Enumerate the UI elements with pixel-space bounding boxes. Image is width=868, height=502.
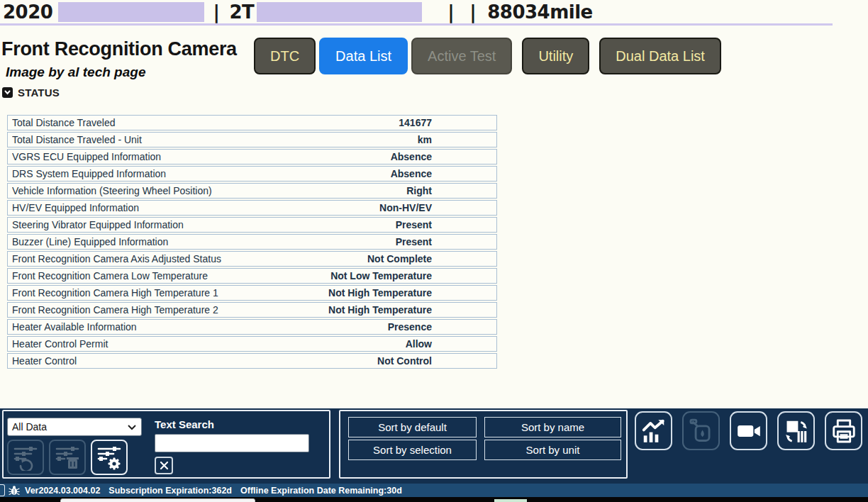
close-icon bbox=[160, 461, 169, 470]
sort-by-name-button[interactable]: Sort by name bbox=[484, 417, 621, 437]
parameter-name: Heater Available Information bbox=[12, 321, 388, 333]
parameter-value: Not Control bbox=[377, 355, 432, 367]
parameter-name: HV/EV Equipped Information bbox=[12, 202, 379, 213]
sort-button-grid: Sort by default Sort by name Sort by sel… bbox=[348, 417, 621, 460]
filter-settings-icon bbox=[95, 444, 123, 471]
vehicle-year: 2020 bbox=[3, 1, 52, 23]
offline-expiration-text: Offline Expiration Date Remaining:30d bbox=[240, 486, 402, 496]
bottom-control-panel: All Data bbox=[0, 408, 868, 484]
video-record-button[interactable] bbox=[730, 411, 767, 450]
parameter-name: Front Recognition Camera High Temperatur… bbox=[12, 287, 328, 299]
table-row[interactable]: Total Distance Traveled - Unit km bbox=[7, 132, 497, 147]
parameter-value: Not Low Temperature bbox=[330, 270, 432, 281]
text-search-label: Text Search bbox=[155, 418, 214, 430]
clear-search-button[interactable] bbox=[155, 457, 173, 474]
parameter-value: Not High Temperature bbox=[328, 287, 432, 299]
filter-group: All Data bbox=[2, 410, 330, 479]
header-separator: | bbox=[469, 1, 476, 23]
parameter-name: Front Recognition Camera Low Temperature bbox=[12, 270, 330, 281]
parameter-value: Non-HV/EV bbox=[379, 202, 432, 213]
sort-group: Sort by default Sort by name Sort by sel… bbox=[339, 410, 628, 479]
parameter-value: Presence bbox=[388, 321, 432, 333]
data-list-table: Total Distance Traveled 141677 Total Dis… bbox=[7, 115, 497, 370]
table-row[interactable]: Heater Control Not Control bbox=[7, 353, 497, 369]
sort-by-default-button[interactable]: Sort by default bbox=[348, 417, 477, 437]
swap-view-button[interactable] bbox=[777, 411, 815, 450]
toolbar-icon-row bbox=[635, 411, 862, 450]
collapse-checkbox-icon[interactable] bbox=[2, 87, 13, 98]
vin-prefix: 2T bbox=[229, 1, 254, 23]
print-button[interactable] bbox=[825, 411, 862, 450]
table-row[interactable]: Front Recognition Camera Low Temperature… bbox=[7, 268, 497, 284]
table-row[interactable]: DRS System Equipped Information Absence bbox=[7, 166, 497, 182]
tab-dual-data-list[interactable]: Dual Data List bbox=[599, 38, 721, 74]
table-row[interactable]: Steering Vibrator Equipped Information P… bbox=[7, 217, 497, 233]
data-group-select[interactable]: All Data bbox=[7, 418, 142, 436]
tab-data-list[interactable]: Data List bbox=[319, 38, 408, 74]
graph-button[interactable] bbox=[635, 411, 672, 450]
parameter-name: Steering Vibrator Equipped Information bbox=[12, 219, 396, 230]
oil-can-icon bbox=[688, 418, 715, 445]
header-separator: | bbox=[447, 1, 454, 23]
status-bar: Ver2024.03.004.02 Subscription Expiratio… bbox=[0, 484, 868, 497]
data-group-selected-value: All Data bbox=[12, 421, 127, 433]
video-camera-icon bbox=[735, 418, 762, 445]
parameter-name: Heater Control Permit bbox=[12, 338, 406, 350]
filter-reset-button bbox=[7, 440, 44, 475]
parameter-value: Allow bbox=[406, 338, 432, 350]
page-title: Front Recognition Camera bbox=[1, 38, 237, 60]
table-row[interactable]: Total Distance Traveled 141677 bbox=[7, 115, 497, 130]
status-section-label: STATUS bbox=[18, 87, 60, 99]
table-row[interactable]: VGRS ECU Equipped Information Absence bbox=[7, 149, 497, 164]
parameter-name: Total Distance Traveled bbox=[12, 117, 399, 128]
redacted-vin bbox=[257, 2, 422, 22]
header-divider bbox=[0, 23, 833, 26]
text-search-input[interactable] bbox=[155, 434, 309, 452]
parameter-name: Front Recognition Camera High Temperatur… bbox=[12, 304, 328, 316]
filter-reset-icon bbox=[11, 444, 40, 471]
sort-by-unit-button[interactable]: Sort by unit bbox=[484, 440, 621, 460]
watermark-text: Image by al tech page bbox=[6, 65, 145, 80]
bug-icon bbox=[9, 485, 20, 496]
header-separator: | bbox=[213, 1, 219, 23]
parameter-value: km bbox=[418, 134, 432, 145]
parameter-name: Front Recognition Camera Axis Adjusted S… bbox=[12, 253, 367, 264]
odometer-reading: 88034mile bbox=[487, 1, 593, 23]
printer-icon bbox=[830, 418, 857, 445]
table-row[interactable]: Front Recognition Camera Axis Adjusted S… bbox=[7, 251, 497, 267]
table-row[interactable]: Front Recognition Camera High Temperatur… bbox=[7, 285, 497, 301]
parameter-name: DRS System Equipped Information bbox=[12, 168, 391, 179]
parameter-name: Vehicle Information (Steering Wheel Posi… bbox=[12, 185, 406, 196]
parameter-value: Present bbox=[396, 236, 432, 247]
parameter-name: VGRS ECU Equipped Information bbox=[12, 151, 391, 162]
diagnostic-app-window: 2020 | 2T | | 88034mile Front Recognitio… bbox=[0, 0, 868, 502]
swap-view-icon bbox=[783, 418, 810, 445]
table-row[interactable]: Vehicle Information (Steering Wheel Posi… bbox=[7, 183, 497, 199]
taskbar-fragment bbox=[0, 497, 868, 502]
table-row[interactable]: HV/EV Equipped Information Non-HV/EV bbox=[7, 200, 497, 216]
vehicle-info-header: 2020 | 2T | | 88034mile bbox=[0, 0, 868, 23]
status-section-header[interactable]: STATUS bbox=[2, 87, 60, 99]
function-tab-bar: DTC Data List Active Test Utility Dual D… bbox=[254, 38, 725, 74]
table-row[interactable]: Heater Available Information Presence bbox=[7, 319, 497, 335]
parameter-value: Not High Temperature bbox=[328, 304, 432, 316]
tab-utility[interactable]: Utility bbox=[522, 38, 589, 74]
graph-icon bbox=[640, 418, 667, 445]
table-row[interactable]: Buzzer (Line) Equipped Information Prese… bbox=[7, 234, 497, 250]
parameter-name: Heater Control bbox=[12, 355, 377, 367]
filter-delete-button bbox=[49, 440, 86, 475]
filter-delete-icon bbox=[53, 444, 82, 471]
sort-by-selection-button[interactable]: Sort by selection bbox=[348, 440, 477, 460]
version-text: Ver2024.03.004.02 bbox=[25, 486, 100, 496]
tab-active-test: Active Test bbox=[411, 38, 512, 74]
taskbar-green-fragment bbox=[494, 499, 527, 502]
filter-settings-button[interactable] bbox=[91, 440, 128, 475]
tab-dtc[interactable]: DTC bbox=[254, 38, 316, 74]
taskbar-search-fragment[interactable] bbox=[60, 498, 255, 502]
redacted-vehicle-model bbox=[58, 2, 204, 22]
parameter-name: Buzzer (Line) Equipped Information bbox=[12, 236, 396, 247]
oil-can-button bbox=[682, 411, 720, 450]
table-row[interactable]: Front Recognition Camera High Temperatur… bbox=[7, 302, 497, 318]
subscription-expiration-text: Subscription Expiration:362d bbox=[108, 486, 232, 496]
table-row[interactable]: Heater Control Permit Allow bbox=[7, 336, 497, 352]
